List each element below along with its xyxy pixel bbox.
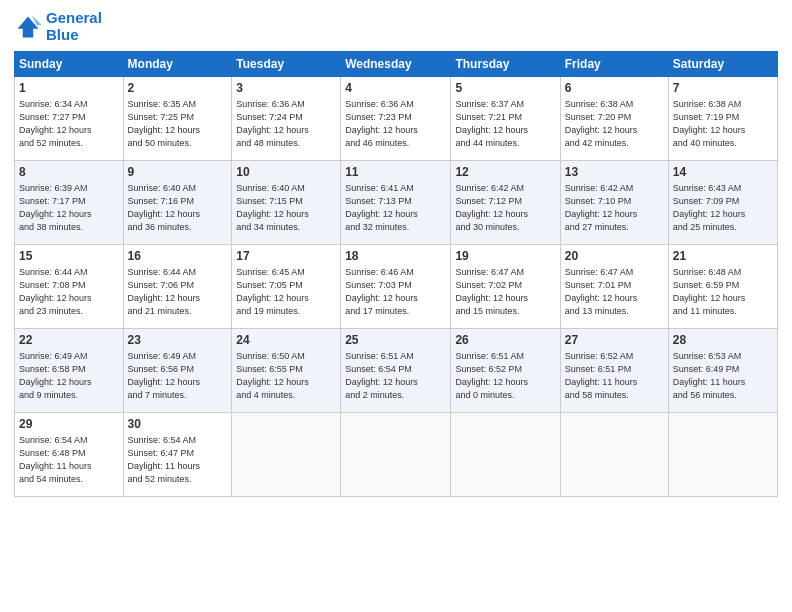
day-number: 2: [128, 80, 228, 97]
day-cell-empty: [451, 413, 560, 497]
day-cell-19: 19Sunrise: 6:47 AM Sunset: 7:02 PM Dayli…: [451, 245, 560, 329]
day-cell-23: 23Sunrise: 6:49 AM Sunset: 6:56 PM Dayli…: [123, 329, 232, 413]
day-info: Sunrise: 6:41 AM Sunset: 7:13 PM Dayligh…: [345, 182, 446, 234]
day-number: 24: [236, 332, 336, 349]
day-number: 4: [345, 80, 446, 97]
week-row-5: 29Sunrise: 6:54 AM Sunset: 6:48 PM Dayli…: [15, 413, 778, 497]
day-info: Sunrise: 6:38 AM Sunset: 7:20 PM Dayligh…: [565, 98, 664, 150]
day-number: 18: [345, 248, 446, 265]
day-info: Sunrise: 6:45 AM Sunset: 7:05 PM Dayligh…: [236, 266, 336, 318]
day-number: 19: [455, 248, 555, 265]
day-info: Sunrise: 6:37 AM Sunset: 7:21 PM Dayligh…: [455, 98, 555, 150]
day-number: 20: [565, 248, 664, 265]
day-cell-empty: [341, 413, 451, 497]
day-info: Sunrise: 6:49 AM Sunset: 6:56 PM Dayligh…: [128, 350, 228, 402]
day-cell-25: 25Sunrise: 6:51 AM Sunset: 6:54 PM Dayli…: [341, 329, 451, 413]
day-cell-6: 6Sunrise: 6:38 AM Sunset: 7:20 PM Daylig…: [560, 77, 668, 161]
day-info: Sunrise: 6:36 AM Sunset: 7:23 PM Dayligh…: [345, 98, 446, 150]
day-info: Sunrise: 6:48 AM Sunset: 6:59 PM Dayligh…: [673, 266, 773, 318]
calendar-table: SundayMondayTuesdayWednesdayThursdayFrid…: [14, 51, 778, 497]
day-info: Sunrise: 6:35 AM Sunset: 7:25 PM Dayligh…: [128, 98, 228, 150]
day-info: Sunrise: 6:49 AM Sunset: 6:58 PM Dayligh…: [19, 350, 119, 402]
day-cell-8: 8Sunrise: 6:39 AM Sunset: 7:17 PM Daylig…: [15, 161, 124, 245]
weekday-monday: Monday: [123, 52, 232, 77]
day-info: Sunrise: 6:40 AM Sunset: 7:16 PM Dayligh…: [128, 182, 228, 234]
day-info: Sunrise: 6:42 AM Sunset: 7:12 PM Dayligh…: [455, 182, 555, 234]
day-cell-4: 4Sunrise: 6:36 AM Sunset: 7:23 PM Daylig…: [341, 77, 451, 161]
day-number: 12: [455, 164, 555, 181]
day-info: Sunrise: 6:52 AM Sunset: 6:51 PM Dayligh…: [565, 350, 664, 402]
day-number: 22: [19, 332, 119, 349]
day-info: Sunrise: 6:47 AM Sunset: 7:02 PM Dayligh…: [455, 266, 555, 318]
day-cell-26: 26Sunrise: 6:51 AM Sunset: 6:52 PM Dayli…: [451, 329, 560, 413]
day-info: Sunrise: 6:51 AM Sunset: 6:52 PM Dayligh…: [455, 350, 555, 402]
day-number: 26: [455, 332, 555, 349]
day-cell-16: 16Sunrise: 6:44 AM Sunset: 7:06 PM Dayli…: [123, 245, 232, 329]
day-info: Sunrise: 6:53 AM Sunset: 6:49 PM Dayligh…: [673, 350, 773, 402]
day-number: 23: [128, 332, 228, 349]
day-cell-27: 27Sunrise: 6:52 AM Sunset: 6:51 PM Dayli…: [560, 329, 668, 413]
day-info: Sunrise: 6:44 AM Sunset: 7:06 PM Dayligh…: [128, 266, 228, 318]
day-cell-5: 5Sunrise: 6:37 AM Sunset: 7:21 PM Daylig…: [451, 77, 560, 161]
week-row-3: 15Sunrise: 6:44 AM Sunset: 7:08 PM Dayli…: [15, 245, 778, 329]
weekday-thursday: Thursday: [451, 52, 560, 77]
week-row-4: 22Sunrise: 6:49 AM Sunset: 6:58 PM Dayli…: [15, 329, 778, 413]
day-cell-empty: [668, 413, 777, 497]
day-number: 10: [236, 164, 336, 181]
day-number: 11: [345, 164, 446, 181]
day-info: Sunrise: 6:34 AM Sunset: 7:27 PM Dayligh…: [19, 98, 119, 150]
day-number: 27: [565, 332, 664, 349]
day-cell-24: 24Sunrise: 6:50 AM Sunset: 6:55 PM Dayli…: [232, 329, 341, 413]
day-number: 6: [565, 80, 664, 97]
day-number: 15: [19, 248, 119, 265]
day-cell-1: 1Sunrise: 6:34 AM Sunset: 7:27 PM Daylig…: [15, 77, 124, 161]
day-cell-29: 29Sunrise: 6:54 AM Sunset: 6:48 PM Dayli…: [15, 413, 124, 497]
day-cell-20: 20Sunrise: 6:47 AM Sunset: 7:01 PM Dayli…: [560, 245, 668, 329]
header: General Blue: [14, 10, 778, 43]
day-cell-15: 15Sunrise: 6:44 AM Sunset: 7:08 PM Dayli…: [15, 245, 124, 329]
week-row-2: 8Sunrise: 6:39 AM Sunset: 7:17 PM Daylig…: [15, 161, 778, 245]
day-number: 29: [19, 416, 119, 433]
day-info: Sunrise: 6:50 AM Sunset: 6:55 PM Dayligh…: [236, 350, 336, 402]
day-number: 3: [236, 80, 336, 97]
day-cell-7: 7Sunrise: 6:38 AM Sunset: 7:19 PM Daylig…: [668, 77, 777, 161]
day-number: 8: [19, 164, 119, 181]
logo: General Blue: [14, 10, 102, 43]
day-info: Sunrise: 6:47 AM Sunset: 7:01 PM Dayligh…: [565, 266, 664, 318]
week-row-1: 1Sunrise: 6:34 AM Sunset: 7:27 PM Daylig…: [15, 77, 778, 161]
day-number: 7: [673, 80, 773, 97]
day-cell-17: 17Sunrise: 6:45 AM Sunset: 7:05 PM Dayli…: [232, 245, 341, 329]
day-info: Sunrise: 6:36 AM Sunset: 7:24 PM Dayligh…: [236, 98, 336, 150]
day-cell-13: 13Sunrise: 6:42 AM Sunset: 7:10 PM Dayli…: [560, 161, 668, 245]
day-number: 5: [455, 80, 555, 97]
day-number: 25: [345, 332, 446, 349]
day-cell-empty: [560, 413, 668, 497]
day-info: Sunrise: 6:42 AM Sunset: 7:10 PM Dayligh…: [565, 182, 664, 234]
day-number: 9: [128, 164, 228, 181]
day-cell-21: 21Sunrise: 6:48 AM Sunset: 6:59 PM Dayli…: [668, 245, 777, 329]
day-cell-11: 11Sunrise: 6:41 AM Sunset: 7:13 PM Dayli…: [341, 161, 451, 245]
day-number: 16: [128, 248, 228, 265]
day-info: Sunrise: 6:40 AM Sunset: 7:15 PM Dayligh…: [236, 182, 336, 234]
day-info: Sunrise: 6:38 AM Sunset: 7:19 PM Dayligh…: [673, 98, 773, 150]
day-cell-3: 3Sunrise: 6:36 AM Sunset: 7:24 PM Daylig…: [232, 77, 341, 161]
weekday-tuesday: Tuesday: [232, 52, 341, 77]
day-cell-2: 2Sunrise: 6:35 AM Sunset: 7:25 PM Daylig…: [123, 77, 232, 161]
day-info: Sunrise: 6:54 AM Sunset: 6:47 PM Dayligh…: [128, 434, 228, 486]
day-cell-18: 18Sunrise: 6:46 AM Sunset: 7:03 PM Dayli…: [341, 245, 451, 329]
day-cell-10: 10Sunrise: 6:40 AM Sunset: 7:15 PM Dayli…: [232, 161, 341, 245]
day-cell-30: 30Sunrise: 6:54 AM Sunset: 6:47 PM Dayli…: [123, 413, 232, 497]
weekday-header-row: SundayMondayTuesdayWednesdayThursdayFrid…: [15, 52, 778, 77]
day-cell-22: 22Sunrise: 6:49 AM Sunset: 6:58 PM Dayli…: [15, 329, 124, 413]
day-number: 30: [128, 416, 228, 433]
day-number: 28: [673, 332, 773, 349]
day-number: 1: [19, 80, 119, 97]
weekday-sunday: Sunday: [15, 52, 124, 77]
day-info: Sunrise: 6:39 AM Sunset: 7:17 PM Dayligh…: [19, 182, 119, 234]
day-cell-empty: [232, 413, 341, 497]
weekday-saturday: Saturday: [668, 52, 777, 77]
day-number: 14: [673, 164, 773, 181]
day-info: Sunrise: 6:43 AM Sunset: 7:09 PM Dayligh…: [673, 182, 773, 234]
day-info: Sunrise: 6:54 AM Sunset: 6:48 PM Dayligh…: [19, 434, 119, 486]
day-cell-9: 9Sunrise: 6:40 AM Sunset: 7:16 PM Daylig…: [123, 161, 232, 245]
